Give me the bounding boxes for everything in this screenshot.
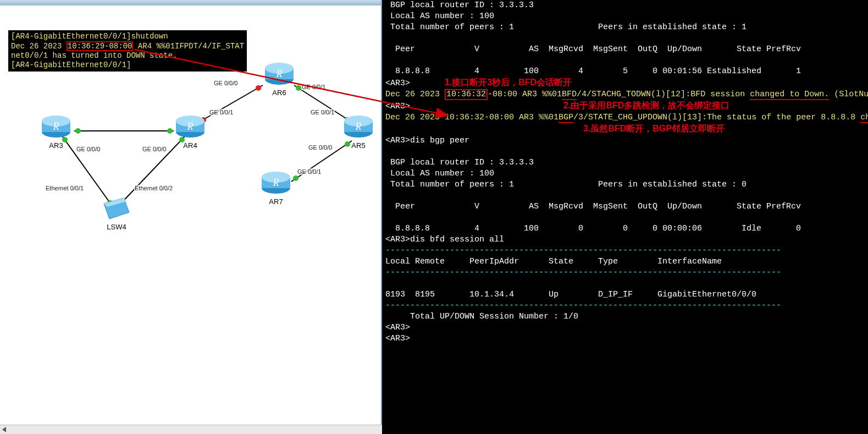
iflabel: GE 0/0/0	[213, 80, 238, 86]
svg-text:R: R	[187, 121, 193, 132]
window-titlebar	[0, 0, 381, 6]
timestamp-highlight-right: 10:36:32	[445, 89, 488, 100]
svg-text:R: R	[276, 68, 283, 79]
ar4-cli-log: [AR4-GigabitEthernet0/0/1]shutdown Dec 2…	[8, 30, 247, 72]
svg-point-7	[75, 128, 81, 134]
svg-line-9	[199, 85, 263, 122]
ar3-terminal[interactable]: BGP local router ID : 3.3.3.3 Local AS n…	[382, 0, 868, 434]
iflabel: Ethernet 0/0/2	[134, 185, 173, 191]
timestamp-highlight-left: 10:36:29-08:00	[67, 41, 134, 51]
svg-point-17	[293, 175, 298, 181]
annotation-2: 2.由于采用BFD多跳检测，故不会绑定接口	[563, 101, 729, 110]
router-AR5[interactable]: R AR5	[342, 114, 375, 150]
iflabel: GE 0/0/1	[209, 109, 234, 116]
annotation-1: 1.接口断开3秒后，BFD会话断开	[445, 78, 572, 87]
annotation-3: 3.虽然BFD断开，BGP邻居立即断开	[583, 124, 725, 133]
iflabel: Ethernet 0/0/1	[45, 185, 84, 191]
svg-text:R: R	[273, 177, 279, 188]
iflabel: GE 0/0/1	[310, 109, 335, 116]
svg-point-13	[296, 85, 301, 91]
router-AR3[interactable]: R AR3	[40, 114, 73, 150]
router-AR7[interactable]: R AR7	[259, 171, 292, 206]
h-scrollbar[interactable]	[0, 425, 382, 434]
svg-point-11	[256, 85, 261, 91]
iflabel: GE 0/0/1	[297, 168, 322, 175]
svg-point-8	[167, 128, 173, 134]
svg-text:R: R	[355, 121, 362, 132]
router-AR6[interactable]: R AR6	[263, 62, 296, 97]
switch-LSW4[interactable]: LSW4	[100, 197, 133, 231]
iflabel: GE 0/0/0	[142, 146, 167, 152]
iflabel: GE 0/0/0	[308, 144, 333, 151]
router-AR4[interactable]: R AR4	[174, 114, 207, 150]
svg-text:R: R	[53, 121, 59, 132]
iflabel: GE 0/0/1	[301, 84, 326, 90]
topology-panel[interactable]: [AR4-GigabitEthernet0/0/1]shutdown Dec 2…	[0, 0, 382, 434]
iflabel: GE 0/0/0	[76, 146, 101, 152]
